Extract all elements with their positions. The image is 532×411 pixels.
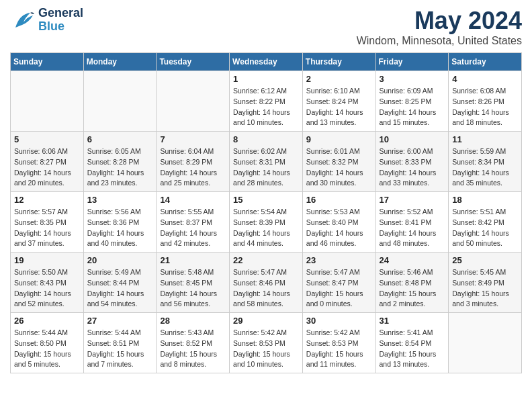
calendar-cell: 28Sunrise: 5:43 AM Sunset: 8:52 PM Dayli… (157, 313, 230, 373)
day-number: 25 (452, 255, 518, 265)
day-number: 30 (306, 316, 372, 326)
day-info: Sunrise: 5:51 AM Sunset: 8:42 PM Dayligh… (452, 207, 518, 249)
subtitle: Windom, Minnesota, United States (357, 35, 522, 47)
day-number: 28 (160, 316, 226, 326)
calendar-week-2: 5Sunrise: 6:06 AM Sunset: 8:27 PM Daylig… (11, 132, 522, 192)
calendar-cell: 2Sunrise: 6:10 AM Sunset: 8:24 PM Daylig… (302, 71, 375, 132)
calendar-cell: 7Sunrise: 6:04 AM Sunset: 8:29 PM Daylig… (157, 132, 230, 192)
day-number: 9 (306, 134, 372, 144)
weekday-header-friday: Friday (375, 53, 449, 71)
day-info: Sunrise: 6:00 AM Sunset: 8:33 PM Dayligh… (380, 146, 445, 189)
calendar-cell: 21Sunrise: 5:48 AM Sunset: 8:45 PM Dayli… (157, 253, 230, 313)
calendar-week-4: 19Sunrise: 5:50 AM Sunset: 8:43 PM Dayli… (11, 253, 522, 313)
calendar-cell: 9Sunrise: 6:01 AM Sunset: 8:32 PM Daylig… (302, 132, 375, 192)
calendar-cell (11, 71, 84, 132)
day-info: Sunrise: 5:42 AM Sunset: 8:53 PM Dayligh… (306, 328, 372, 370)
calendar-cell: 17Sunrise: 5:52 AM Sunset: 8:41 PM Dayli… (375, 192, 449, 253)
day-info: Sunrise: 5:59 AM Sunset: 8:34 PM Dayligh… (452, 146, 518, 189)
day-info: Sunrise: 5:57 AM Sunset: 8:35 PM Dayligh… (14, 207, 80, 249)
day-number: 29 (233, 316, 299, 326)
day-info: Sunrise: 5:52 AM Sunset: 8:41 PM Dayligh… (380, 207, 445, 249)
day-number: 5 (14, 134, 80, 144)
weekday-header-tuesday: Tuesday (157, 53, 230, 71)
day-info: Sunrise: 5:44 AM Sunset: 8:50 PM Dayligh… (14, 328, 80, 370)
day-info: Sunrise: 5:47 AM Sunset: 8:46 PM Dayligh… (233, 267, 299, 310)
day-info: Sunrise: 6:10 AM Sunset: 8:24 PM Dayligh… (306, 86, 372, 128)
day-number: 18 (452, 195, 518, 205)
day-number: 4 (452, 74, 518, 84)
calendar-cell: 8Sunrise: 6:02 AM Sunset: 8:31 PM Daylig… (230, 132, 303, 192)
day-info: Sunrise: 5:42 AM Sunset: 8:53 PM Dayligh… (233, 328, 299, 370)
logo-general: General (38, 7, 83, 20)
day-number: 10 (380, 134, 445, 144)
day-number: 6 (87, 134, 153, 144)
day-info: Sunrise: 6:01 AM Sunset: 8:32 PM Dayligh… (306, 146, 372, 189)
calendar-cell (83, 71, 157, 132)
calendar-week-1: 1Sunrise: 6:12 AM Sunset: 8:22 PM Daylig… (11, 71, 522, 132)
calendar-cell: 11Sunrise: 5:59 AM Sunset: 8:34 PM Dayli… (449, 132, 522, 192)
calendar-cell: 20Sunrise: 5:49 AM Sunset: 8:44 PM Dayli… (83, 253, 157, 313)
day-number: 19 (14, 255, 80, 265)
weekday-header-thursday: Thursday (302, 53, 375, 71)
day-number: 8 (233, 134, 299, 144)
main-title: May 2024 (357, 7, 522, 35)
day-info: Sunrise: 5:47 AM Sunset: 8:47 PM Dayligh… (306, 267, 372, 310)
day-number: 24 (380, 255, 445, 265)
day-number: 16 (306, 195, 372, 205)
calendar-cell: 29Sunrise: 5:42 AM Sunset: 8:53 PM Dayli… (230, 313, 303, 373)
calendar-cell: 30Sunrise: 5:42 AM Sunset: 8:53 PM Dayli… (302, 313, 375, 373)
day-info: Sunrise: 5:49 AM Sunset: 8:44 PM Dayligh… (87, 267, 153, 310)
calendar-cell (449, 313, 522, 373)
day-number: 31 (380, 316, 445, 326)
weekday-header-sunday: Sunday (11, 53, 84, 71)
day-info: Sunrise: 6:08 AM Sunset: 8:26 PM Dayligh… (452, 86, 518, 128)
calendar-cell: 3Sunrise: 6:09 AM Sunset: 8:25 PM Daylig… (375, 71, 449, 132)
calendar-cell: 27Sunrise: 5:44 AM Sunset: 8:51 PM Dayli… (83, 313, 157, 373)
weekday-header-wednesday: Wednesday (230, 53, 303, 71)
day-info: Sunrise: 6:04 AM Sunset: 8:29 PM Dayligh… (160, 146, 226, 189)
calendar-table: SundayMondayTuesdayWednesdayThursdayFrid… (10, 52, 522, 373)
calendar-cell: 25Sunrise: 5:45 AM Sunset: 8:49 PM Dayli… (449, 253, 522, 313)
day-info: Sunrise: 5:56 AM Sunset: 8:36 PM Dayligh… (87, 207, 153, 249)
day-info: Sunrise: 6:05 AM Sunset: 8:28 PM Dayligh… (87, 146, 153, 189)
calendar-cell: 16Sunrise: 5:53 AM Sunset: 8:40 PM Dayli… (302, 192, 375, 253)
day-number: 15 (233, 195, 299, 205)
day-number: 21 (160, 255, 226, 265)
day-info: Sunrise: 5:54 AM Sunset: 8:39 PM Dayligh… (233, 207, 299, 249)
calendar-cell: 22Sunrise: 5:47 AM Sunset: 8:46 PM Dayli… (230, 253, 303, 313)
day-number: 26 (14, 316, 80, 326)
day-number: 27 (87, 316, 153, 326)
calendar-cell: 12Sunrise: 5:57 AM Sunset: 8:35 PM Dayli… (11, 192, 84, 253)
calendar-cell: 18Sunrise: 5:51 AM Sunset: 8:42 PM Dayli… (449, 192, 522, 253)
calendar-cell: 6Sunrise: 6:05 AM Sunset: 8:28 PM Daylig… (83, 132, 157, 192)
weekday-header-saturday: Saturday (449, 53, 522, 71)
day-info: Sunrise: 5:44 AM Sunset: 8:51 PM Dayligh… (87, 328, 153, 370)
day-info: Sunrise: 5:50 AM Sunset: 8:43 PM Dayligh… (14, 267, 80, 310)
calendar-cell: 1Sunrise: 6:12 AM Sunset: 8:22 PM Daylig… (230, 71, 303, 132)
header: General Blue May 2024 Windom, Minnesota,… (10, 7, 522, 47)
day-number: 20 (87, 255, 153, 265)
calendar-cell: 23Sunrise: 5:47 AM Sunset: 8:47 PM Dayli… (302, 253, 375, 313)
calendar-cell: 4Sunrise: 6:08 AM Sunset: 8:26 PM Daylig… (449, 71, 522, 132)
calendar-cell: 10Sunrise: 6:00 AM Sunset: 8:33 PM Dayli… (375, 132, 449, 192)
day-number: 1 (233, 74, 299, 84)
calendar-cell: 19Sunrise: 5:50 AM Sunset: 8:43 PM Dayli… (11, 253, 84, 313)
day-info: Sunrise: 5:55 AM Sunset: 8:37 PM Dayligh… (160, 207, 226, 249)
day-number: 11 (452, 134, 518, 144)
calendar-week-3: 12Sunrise: 5:57 AM Sunset: 8:35 PM Dayli… (11, 192, 522, 253)
day-info: Sunrise: 5:41 AM Sunset: 8:54 PM Dayligh… (380, 328, 445, 370)
calendar-header-row: SundayMondayTuesdayWednesdayThursdayFrid… (11, 53, 522, 71)
day-info: Sunrise: 6:12 AM Sunset: 8:22 PM Dayligh… (233, 86, 299, 128)
calendar-cell: 13Sunrise: 5:56 AM Sunset: 8:36 PM Dayli… (83, 192, 157, 253)
logo: General Blue (10, 7, 83, 34)
day-info: Sunrise: 5:48 AM Sunset: 8:45 PM Dayligh… (160, 267, 226, 310)
day-number: 2 (306, 74, 372, 84)
calendar-cell: 31Sunrise: 5:41 AM Sunset: 8:54 PM Dayli… (375, 313, 449, 373)
day-info: Sunrise: 5:45 AM Sunset: 8:49 PM Dayligh… (452, 267, 518, 310)
calendar-cell (157, 71, 230, 132)
logo-icon (10, 7, 36, 33)
day-number: 14 (160, 195, 226, 205)
day-info: Sunrise: 6:06 AM Sunset: 8:27 PM Dayligh… (14, 146, 80, 189)
day-number: 7 (160, 134, 226, 144)
day-info: Sunrise: 5:46 AM Sunset: 8:48 PM Dayligh… (380, 267, 445, 310)
